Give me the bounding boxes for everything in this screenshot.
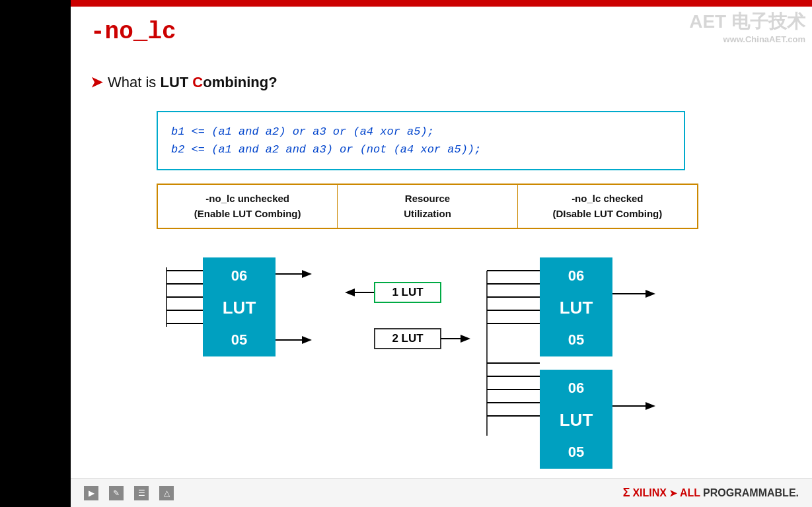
xilinx-text: XILINX [632,487,667,499]
col-right: -no_lc checked (DIsable LUT Combing) [517,184,698,229]
col-mid-line1: Resource [342,191,513,207]
col-mid-line2: Utilization [342,207,513,222]
svg-text:06: 06 [231,267,247,284]
red-arrow-icon: ➤ [91,74,102,91]
svg-marker-38 [646,290,655,298]
columns-area: -no_lc unchecked (Enable LUT Combing) Re… [157,184,698,229]
slide-title: -no_lc [91,18,176,46]
code-line-2: b2 <= (a1 and a2 and a3) or (not (a4 xor… [171,141,671,158]
svg-text:06: 06 [568,267,584,284]
lut-diagram-svg: 06 LUT 05 1 LUT 2 LUT [137,231,731,482]
code-box: b1 <= (a1 and a2) or a3 or (a4 xor a5); … [157,111,685,170]
bottom-icons: ▶ ✎ ☰ △ [84,486,174,500]
svg-marker-11 [302,270,312,278]
svg-text:LUT: LUT [223,298,256,318]
question-text: What is LUT Combining? [108,74,277,91]
combining-bold: ombining? [203,74,277,90]
svg-marker-15 [345,288,355,296]
svg-text:05: 05 [568,331,584,348]
icon-3[interactable]: ☰ [134,486,149,500]
aet-logo-text: AET 电子技术 [689,11,805,32]
col-left: -no_lc unchecked (Enable LUT Combing) [157,184,338,229]
icon-4[interactable]: △ [159,486,174,500]
col-middle: Resource Utilization [338,184,517,229]
xilinx-all-text: ALL [680,487,700,499]
svg-text:05: 05 [231,331,247,348]
c-letter: C [192,74,203,90]
sigma-icon: Σ [623,486,630,500]
slide-container: AET 电子技术 www.ChinaAET.com -no_lc ➤ What … [71,0,812,507]
aet-logo: AET 电子技术 www.ChinaAET.com [689,9,805,44]
svg-text:2  LUT: 2 LUT [392,332,424,345]
top-bar [71,0,812,7]
code-line-1: b1 <= (a1 and a2) or a3 or (a4 xor a5); [171,123,671,141]
col-left-line2: (Enable LUT Combing) [162,207,333,222]
col-right-line1: -no_lc checked [522,191,693,207]
icon-2[interactable]: ✎ [109,486,124,500]
lut-bold: LUT [160,74,192,90]
svg-marker-13 [302,336,312,344]
question-row: ➤ What is LUT Combining? [91,74,277,91]
col-left-line1: -no_lc unchecked [162,191,333,207]
aet-logo-sub: www.ChinaAET.com [689,34,805,44]
col-right-line2: (DIsable LUT Combing) [522,207,693,222]
svg-text:06: 06 [568,380,584,396]
svg-text:LUT: LUT [560,410,593,430]
bottom-bar: ▶ ✎ ☰ △ Σ XILINX ➤ ALL PROGRAMMABLE. [71,478,812,507]
svg-text:05: 05 [568,444,584,460]
xilinx-prog-text: PROGRAMMABLE. [703,487,799,499]
xilinx-logo: Σ XILINX ➤ ALL PROGRAMMABLE. [623,486,799,500]
xi-arrow-icon: ➤ [669,488,677,498]
icon-1[interactable]: ▶ [84,486,98,500]
svg-marker-21 [461,335,470,343]
svg-text:LUT: LUT [560,298,593,318]
svg-marker-44 [646,402,655,410]
svg-text:1  LUT: 1 LUT [392,286,424,298]
